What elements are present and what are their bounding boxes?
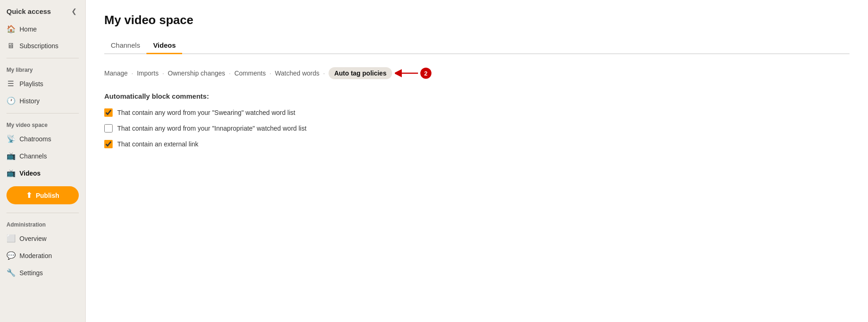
administration-label: Administration xyxy=(0,217,85,230)
sidebar-item-chatrooms[interactable]: 📡 Chatrooms xyxy=(0,130,85,147)
home-icon: 🏠 xyxy=(6,25,15,33)
moderation-icon: 💬 xyxy=(6,251,15,260)
sub-nav-dot-4: · xyxy=(269,69,271,77)
sidebar-item-label: History xyxy=(19,97,40,105)
sidebar-item-label: Overview xyxy=(19,235,46,242)
checkbox-swearing[interactable] xyxy=(104,108,113,117)
page-title: My video space xyxy=(104,13,849,27)
checkbox-external-link[interactable] xyxy=(104,140,113,148)
checkbox-external-link-label[interactable]: That contain an external link xyxy=(117,140,198,148)
sidebar-item-home[interactable]: 🏠 Home xyxy=(0,20,85,38)
sub-nav: Manage · Imports · Ownership changes · C… xyxy=(104,67,849,79)
sidebar-item-subscriptions[interactable]: 🖥 Subscriptions xyxy=(0,38,85,54)
sub-nav-dot-1: · xyxy=(132,69,133,77)
chatrooms-icon: 📡 xyxy=(6,134,15,143)
subnav-auto-tag-policies[interactable]: Auto tag policies xyxy=(329,67,392,79)
settings-icon: 🔧 xyxy=(6,268,15,277)
sidebar-item-playlists[interactable]: ☰ Playlists xyxy=(0,75,85,92)
playlists-icon: ☰ xyxy=(6,79,15,88)
sidebar-item-history[interactable]: 🕐 History xyxy=(0,92,85,109)
sidebar-item-label: Chatrooms xyxy=(19,135,51,143)
history-icon: 🕐 xyxy=(6,96,15,105)
sidebar-item-moderation[interactable]: 💬 Moderation xyxy=(0,247,85,264)
subnav-ownership-changes[interactable]: Ownership changes xyxy=(168,68,225,79)
sidebar-divider-2 xyxy=(6,113,79,114)
sidebar-item-label: Settings xyxy=(19,269,43,277)
sidebar-item-label: Playlists xyxy=(19,80,43,88)
sub-nav-dot-2: · xyxy=(162,69,164,77)
annotation-2-group: 2 xyxy=(395,68,431,79)
checkbox-inappropriate[interactable] xyxy=(104,124,113,133)
sidebar-item-channels[interactable]: 📺 Channels xyxy=(0,147,85,164)
sidebar-collapse-button[interactable]: ❮ xyxy=(70,6,79,16)
checkbox-item-external-link: That contain an external link xyxy=(104,140,849,148)
sidebar-item-label: Home xyxy=(19,25,37,33)
videos-icon: 📺 xyxy=(6,169,15,177)
sidebar-item-overview[interactable]: ⬜ Overview xyxy=(0,230,85,247)
sub-nav-dot-3: · xyxy=(229,69,231,77)
checkbox-swearing-label[interactable]: That contain any word from your "Swearin… xyxy=(117,109,295,116)
subnav-auto-tag-wrapper: Auto tag policies 2 xyxy=(329,67,431,79)
subnav-manage[interactable]: Manage xyxy=(104,68,128,79)
content-section: Automatically block comments: That conta… xyxy=(104,92,849,148)
my-video-space-label: My video space xyxy=(0,117,85,130)
subnav-imports[interactable]: Imports xyxy=(137,68,158,79)
sidebar-item-label: Videos xyxy=(19,170,41,177)
my-library-label: My library xyxy=(0,62,85,75)
checkbox-inappropriate-label[interactable]: That contain any word from your "Innapro… xyxy=(117,125,306,132)
annotation-2-arrow xyxy=(395,69,420,78)
sidebar: Quick access ❮ 🏠 Home 🖥 Subscriptions My… xyxy=(0,0,86,322)
sidebar-divider-3 xyxy=(6,213,79,213)
annotation-badge-2: 2 xyxy=(420,68,431,79)
tab-videos[interactable]: Videos xyxy=(146,38,182,54)
sidebar-item-label: Subscriptions xyxy=(19,42,58,50)
tab-channels[interactable]: Channels xyxy=(104,38,146,54)
sidebar-item-settings[interactable]: 🔧 Settings xyxy=(0,264,85,281)
publish-icon: ⬆ xyxy=(26,191,32,200)
publish-button[interactable]: ⬆ Publish xyxy=(6,186,79,204)
sidebar-videos-wrapper: 📺 Videos 1 xyxy=(0,164,85,182)
section-title: Automatically block comments: xyxy=(104,92,849,100)
subscriptions-icon: 🖥 xyxy=(6,42,15,50)
sidebar-item-label: Channels xyxy=(19,152,47,160)
subnav-comments[interactable]: Comments xyxy=(234,68,266,79)
quick-access-label: Quick access xyxy=(6,7,51,15)
overview-icon: ⬜ xyxy=(6,234,15,243)
sidebar-divider-1 xyxy=(6,58,79,58)
checkbox-item-inappropriate: That contain any word from your "Innapro… xyxy=(104,124,849,133)
main-content: My video space Channels Videos Manage · … xyxy=(86,0,868,322)
sub-nav-dot-5: · xyxy=(323,69,325,77)
sidebar-item-videos[interactable]: 📺 Videos xyxy=(0,164,85,182)
channels-icon: 📺 xyxy=(6,152,15,160)
checkbox-item-swearing: That contain any word from your "Swearin… xyxy=(104,108,849,117)
sidebar-header: Quick access ❮ xyxy=(0,0,85,20)
sidebar-item-label: Moderation xyxy=(19,252,52,259)
publish-label: Publish xyxy=(36,192,59,199)
subnav-watched-words[interactable]: Watched words xyxy=(275,68,319,79)
top-tabs: Channels Videos xyxy=(104,38,849,54)
